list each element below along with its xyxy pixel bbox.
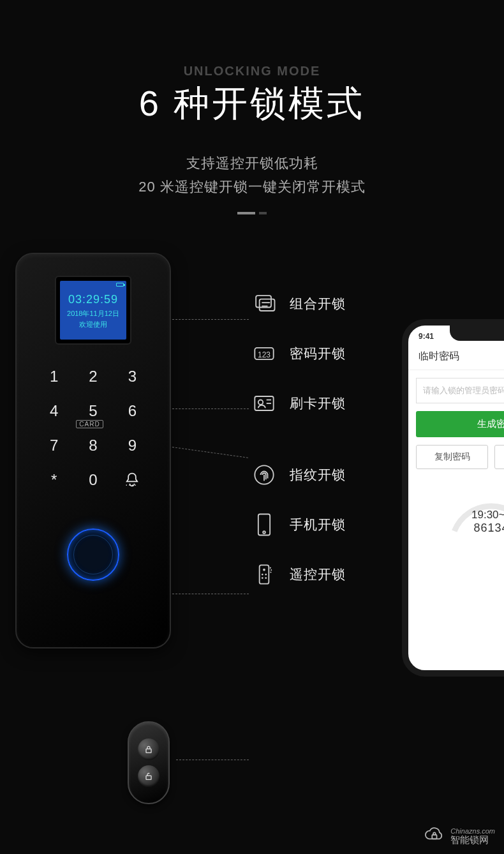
watermark-brand: 智能锁网 — [450, 835, 495, 846]
generate-password-button[interactable]: 生成密 — [416, 411, 504, 437]
battery-icon — [116, 283, 124, 287]
svg-point-16 — [265, 574, 267, 576]
feature-remote: 遥控开锁 — [249, 559, 376, 590]
header-section: UNLOCKING MODE 6 种开锁模式 支持遥控开锁低功耗 20 米遥控键… — [0, 0, 504, 214]
svg-rect-11 — [258, 514, 270, 536]
description: 支持遥控开锁低功耗 20 米遥控键开锁一键关闭常开模式 — [0, 151, 504, 199]
keypad: 1 2 3 4 5 CARD 6 7 8 9 * 0 — [28, 368, 158, 493]
feature-label: 密码开锁 — [290, 345, 346, 363]
feature-label: 手机开锁 — [290, 516, 346, 534]
phone-mockup: 9:41 临时密码 请输入锁的管理员密码 生成密 复制密码 19:30~1 86… — [402, 319, 504, 677]
desc-line-1: 支持遥控开锁低功耗 — [0, 151, 504, 175]
feature-fingerprint: 指纹开锁 — [249, 460, 376, 490]
lock-display: 03:29:59 2018年11月12日 欢迎使用 — [55, 276, 131, 345]
svg-rect-19 — [146, 749, 151, 753]
card-icon — [249, 388, 279, 419]
svg-point-18 — [265, 577, 267, 579]
key-8[interactable]: 8 — [80, 437, 106, 454]
lock-welcome: 欢迎使用 — [60, 319, 126, 330]
password-icon: 123 — [249, 338, 279, 369]
feature-password: 123 密码开锁 — [249, 338, 376, 369]
fob-unlock-button[interactable] — [138, 765, 159, 787]
key-7[interactable]: 7 — [41, 437, 67, 454]
feature-list: 组合开锁 123 密码开锁 刷卡开锁 指纹开锁 手机开锁 遥控开锁 — [249, 288, 376, 609]
lock-time: 03:29:59 — [60, 291, 126, 308]
connector-line — [172, 594, 249, 594]
key-star[interactable]: * — [41, 471, 67, 493]
admin-password-input[interactable]: 请输入锁的管理员密码 — [416, 378, 504, 403]
key-6[interactable]: 6 — [119, 402, 145, 420]
feature-combo: 组合开锁 — [249, 288, 376, 319]
countdown-arc: 19:30~1 86134 — [437, 486, 504, 535]
feature-label: 遥控开锁 — [290, 566, 346, 583]
key-0[interactable]: 0 — [80, 471, 106, 493]
cloud-lock-icon — [422, 826, 445, 846]
connector-line — [172, 319, 249, 320]
connector-line — [176, 760, 249, 760]
copy-password-button[interactable]: 复制密码 — [416, 445, 488, 469]
fingerprint-icon — [249, 460, 279, 490]
divider-accent — [0, 212, 504, 214]
fingerprint-sensor[interactable] — [67, 528, 119, 581]
smart-lock-device: 03:29:59 2018年11月12日 欢迎使用 1 2 3 4 5 CARD… — [15, 253, 171, 648]
remote-fob — [128, 721, 172, 811]
feature-card: 刷卡开锁 — [249, 388, 376, 419]
secondary-button[interactable] — [494, 445, 504, 469]
svg-text:123: 123 — [258, 350, 271, 359]
key-4[interactable]: 4 — [41, 402, 67, 420]
phone-notch — [450, 326, 504, 341]
key-2[interactable]: 2 — [80, 368, 106, 386]
feature-label: 指纹开锁 — [290, 466, 346, 484]
svg-point-17 — [262, 577, 263, 579]
phone-icon — [249, 509, 279, 540]
key-bell[interactable] — [119, 471, 145, 493]
feature-label: 刷卡开锁 — [290, 394, 346, 412]
key-9[interactable]: 9 — [119, 437, 145, 454]
lock-date: 2018年11月12日 — [60, 308, 126, 319]
watermark: Chinazns.com 智能锁网 — [422, 826, 495, 846]
key-5[interactable]: 5 CARD — [80, 402, 106, 420]
main-title: 6 种开锁模式 — [0, 80, 504, 128]
key-1[interactable]: 1 — [41, 368, 67, 386]
svg-rect-1 — [260, 299, 275, 311]
remote-icon — [249, 559, 279, 590]
svg-point-7 — [258, 400, 263, 405]
fob-lock-button[interactable] — [138, 738, 159, 760]
feature-phone: 手机开锁 — [249, 509, 376, 540]
connector-line — [172, 447, 248, 458]
card-tag: CARD — [76, 420, 103, 428]
desc-line-2: 20 米遥控键开锁一键关闭常开模式 — [0, 175, 504, 199]
svg-rect-21 — [433, 835, 437, 839]
phone-page-title: 临时密码 — [408, 341, 504, 370]
key-3[interactable]: 3 — [119, 368, 145, 386]
svg-point-14 — [263, 569, 265, 571]
watermark-url: Chinazns.com — [450, 827, 495, 835]
svg-point-12 — [263, 531, 265, 534]
svg-rect-13 — [260, 565, 269, 583]
svg-point-15 — [262, 574, 263, 576]
svg-rect-20 — [146, 775, 151, 779]
subtitle-english: UNLOCKING MODE — [0, 64, 504, 79]
connector-line — [172, 408, 249, 409]
feature-label: 组合开锁 — [290, 295, 346, 313]
combo-icon — [249, 288, 279, 319]
